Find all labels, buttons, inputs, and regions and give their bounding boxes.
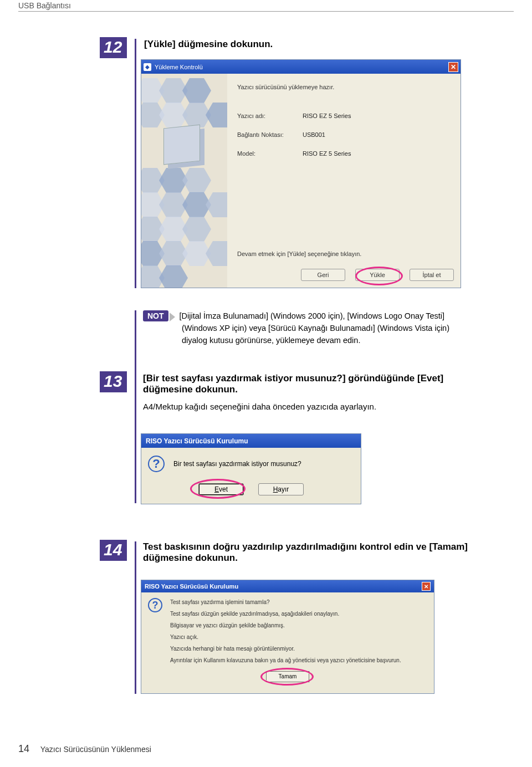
no-button[interactable]: Hayır bbox=[258, 483, 304, 495]
close-icon[interactable]: ✕ bbox=[422, 582, 431, 591]
step-badge-13: 13 bbox=[100, 371, 127, 392]
install-confirmation-dialog: ◆ Yükleme Kontrolü ✕ bbox=[141, 59, 461, 288]
step-divider-13 bbox=[135, 310, 136, 503]
header-rule bbox=[18, 11, 514, 12]
dialog-ready-text: Yazıcı sürücüsünü yüklemeye hazır. bbox=[237, 84, 451, 90]
printer-box-icon bbox=[163, 125, 200, 165]
note-line-3: diyalog kutusu görünürse, yüklemeye deva… bbox=[182, 335, 475, 347]
dialog3-title: RISO Yazıcı Sürücüsü Kurulumu bbox=[145, 583, 238, 590]
footer-text: Yazıcı Sürücüsünün Yüklenmesi bbox=[40, 745, 151, 754]
dialog-titlebar: ◆ Yükleme Kontrolü ✕ bbox=[141, 60, 461, 74]
step-14-instruction: Test baskısının doğru yazdırılıp yazdırı… bbox=[143, 541, 475, 564]
cancel-button[interactable]: İptal et bbox=[410, 269, 454, 281]
test-page-complete-dialog: RISO Yazıcı Sürücüsü Kurulumu ✕ ? Test s… bbox=[141, 580, 434, 694]
dialog3-line3: Bilgisayar ve yazıcı düzgün şekilde bağl… bbox=[170, 621, 401, 630]
note-badge: NOT bbox=[143, 310, 168, 321]
dialog3-line6: Ayrıntılar için Kullanım kılavuzuna bakı… bbox=[170, 656, 401, 664]
dialog3-line1: Test sayfası yazdırma işlemini tamamla? bbox=[170, 598, 401, 606]
port-label: Bağlantı Noktası: bbox=[237, 131, 303, 138]
model-value: RISO EZ 5 Series bbox=[303, 150, 351, 157]
dialog3-line5: Yazıcıda herhangi bir hata mesajı görünt… bbox=[170, 645, 401, 653]
yes-button[interactable]: Evet bbox=[198, 483, 244, 495]
question-icon: ? bbox=[148, 456, 165, 472]
close-icon[interactable]: ✕ bbox=[448, 62, 458, 72]
step-12-instruction: [Yükle] düğmesine dokunun. bbox=[144, 39, 273, 50]
page-header: USB Bağlantısı bbox=[18, 1, 71, 10]
dialog2-title: RISO Yazıcı Sürücüsü Kurulumu bbox=[146, 437, 248, 445]
step-13-instruction: [Bir test sayfası yazdırmak istiyor musu… bbox=[143, 373, 475, 395]
note-arrow-icon bbox=[170, 313, 175, 321]
port-value: USB001 bbox=[303, 131, 325, 138]
test-page-question: Bir test sayfası yazdırmak istiyor musun… bbox=[173, 460, 301, 468]
question-icon: ? bbox=[148, 598, 162, 612]
note-line-2: (Windows XP için) veya [Sürücü Kaynağı B… bbox=[182, 323, 475, 335]
installer-icon: ◆ bbox=[144, 63, 151, 71]
page-number: 14 bbox=[18, 743, 29, 754]
step-divider-14 bbox=[135, 541, 136, 694]
dialog3-titlebar: RISO Yazıcı Sürücüsü Kurulumu ✕ bbox=[141, 580, 434, 592]
page-footer: 14 Yazıcı Sürücüsünün Yüklenmesi bbox=[18, 743, 151, 755]
back-button[interactable]: Geri bbox=[301, 269, 345, 281]
step-badge-14: 14 bbox=[100, 540, 127, 561]
dialog3-line4: Yazıcı açık. bbox=[170, 633, 401, 641]
dialog-content: Yazıcı sürücüsünü yüklemeye hazır. Yazıc… bbox=[227, 74, 461, 288]
test-page-prompt-dialog: RISO Yazıcı Sürücüsü Kurulumu ? Bir test… bbox=[141, 433, 361, 504]
printer-name-label: Yazıcı adı: bbox=[237, 113, 303, 119]
step-divider-12 bbox=[135, 39, 136, 288]
ok-button[interactable]: Tamam bbox=[266, 671, 309, 682]
install-button[interactable]: Yükle bbox=[355, 269, 400, 281]
note-line-1: [Dijital İmza Bulunamadı] (Windows 2000 … bbox=[180, 311, 444, 320]
dialog3-line2: Test sayfası düzgün şekilde yazdırılmadı… bbox=[170, 610, 401, 618]
dialog2-titlebar: RISO Yazıcı Sürücüsü Kurulumu bbox=[141, 434, 361, 448]
note-block: NOT[Dijital İmza Bulunamadı] (Windows 20… bbox=[143, 310, 475, 346]
dialog-title: Yükleme Kontrolü bbox=[155, 64, 203, 70]
model-label: Model: bbox=[237, 150, 303, 157]
dialog-sidebar-art bbox=[141, 74, 227, 288]
step-badge-12: 12 bbox=[100, 37, 127, 58]
printer-name-value: RISO EZ 5 Series bbox=[303, 113, 351, 119]
step-13-subnote: A4/Mektup kağıdı seçeneğini daha önceden… bbox=[143, 402, 475, 411]
dialog-continue-note: Devam etmek için [Yükle] seçeneğine tıkl… bbox=[237, 250, 361, 257]
